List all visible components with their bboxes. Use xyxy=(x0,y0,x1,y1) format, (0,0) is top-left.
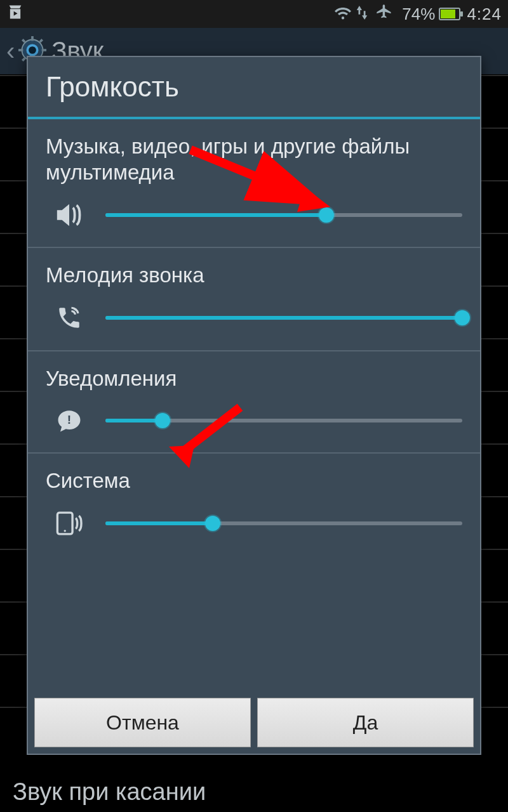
dialog-body: Музыка, видео, игры и другие файлы мульт… xyxy=(28,119,480,691)
ringtone-volume-label: Мелодия звонка xyxy=(46,262,462,288)
notification-volume-label: Уведомления xyxy=(46,365,462,391)
svg-point-13 xyxy=(64,530,66,532)
media-volume-slider[interactable] xyxy=(105,207,462,223)
notification-volume-slider[interactable] xyxy=(105,412,462,429)
svg-rect-5 xyxy=(42,49,46,51)
svg-rect-2 xyxy=(31,36,34,41)
updown-icon xyxy=(356,4,368,24)
battery-icon xyxy=(439,8,460,20)
system-volume-slider[interactable] xyxy=(105,515,462,532)
svg-text:!: ! xyxy=(67,413,71,426)
notification-volume-section: Уведомления ! xyxy=(28,351,480,454)
ringtone-volume-section: Мелодия звонка xyxy=(28,248,480,351)
airplane-icon xyxy=(375,3,393,25)
dialog-title: Громкость xyxy=(28,57,480,117)
media-volume-label: Музыка, видео, игры и другие файлы мульт… xyxy=(46,133,462,186)
system-volume-section: Система xyxy=(28,454,480,556)
device-icon xyxy=(51,510,88,537)
battery-level xyxy=(441,10,455,18)
notification-icon: ! xyxy=(51,408,88,433)
speaker-icon xyxy=(51,202,88,228)
dialog-buttons: Отмена Да xyxy=(28,691,480,754)
wifi-icon xyxy=(333,4,352,25)
svg-point-1 xyxy=(28,45,37,55)
system-volume-label: Система xyxy=(46,468,462,494)
touch-sound-row[interactable]: Звук при касании xyxy=(13,778,206,806)
play-store-icon xyxy=(6,3,24,25)
media-volume-section: Музыка, видео, игры и другие файлы мульт… xyxy=(28,119,480,248)
volume-dialog: Громкость Музыка, видео, игры и другие ф… xyxy=(27,56,481,755)
ok-button[interactable]: Да xyxy=(257,698,474,747)
status-bar: 74% 4:24 xyxy=(0,0,508,28)
ringtone-volume-slider[interactable] xyxy=(105,310,462,326)
back-icon[interactable]: ‹ xyxy=(6,37,15,65)
battery-percent: 74% xyxy=(402,4,435,24)
clock: 4:24 xyxy=(467,4,502,24)
phone-icon xyxy=(51,304,88,331)
cancel-button[interactable]: Отмена xyxy=(34,698,251,747)
svg-rect-4 xyxy=(18,49,23,51)
